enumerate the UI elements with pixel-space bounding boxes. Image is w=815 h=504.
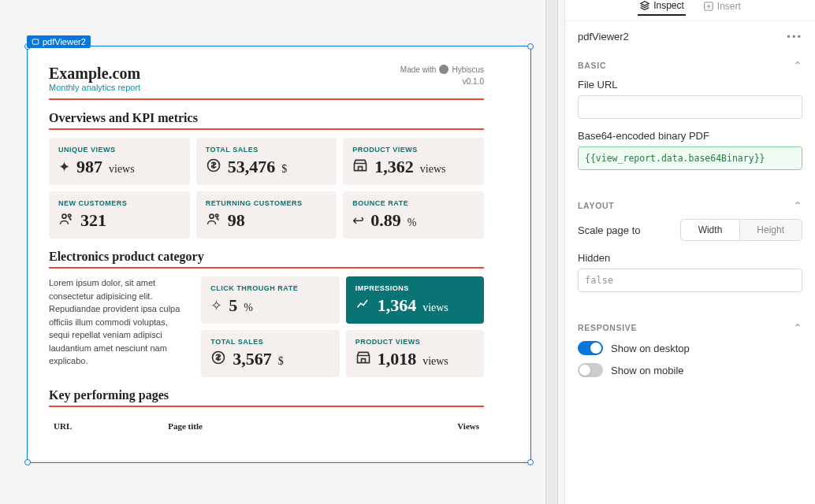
kpi-total-sales: TOTAL SALES 53,476 $ [196, 138, 337, 185]
kpi-total-sales-2: TOTAL SALES 3,567 $ [201, 330, 339, 377]
hidden-input[interactable] [578, 269, 802, 292]
section-title-overview: Overviews and KPI metrics [49, 111, 484, 130]
chevron-up-icon: ⌃ [794, 60, 802, 71]
panel-header-layout[interactable]: Layout ⌃ [578, 200, 802, 211]
component-menu-button[interactable]: ••• [787, 31, 802, 43]
store-icon [352, 158, 368, 177]
table-header-url: URL [50, 417, 163, 435]
tab-insert[interactable]: Insert [701, 0, 742, 16]
scale-segmented-control: Width Height [680, 219, 802, 241]
svg-point-2 [62, 214, 66, 218]
toggle-show-desktop[interactable] [578, 341, 603, 355]
tab-inspect[interactable]: Inspect [638, 0, 686, 16]
component-name: pdfViewer2 [578, 31, 629, 43]
selection-label-text: pdfViewer2 [43, 37, 86, 46]
pdf-scroll-area[interactable]: Example.com Monthly analytics report Mad… [30, 49, 528, 460]
resize-handle-tr[interactable] [527, 43, 534, 50]
hybiscus-logo-icon [439, 65, 448, 74]
layers-icon [639, 0, 650, 11]
component-icon [32, 38, 39, 46]
panel-header-responsive[interactable]: Responsive ⌃ [578, 322, 802, 333]
selection-label: pdfViewer2 [27, 35, 91, 48]
kpi-unique-views: UNIQUE VIEWS ✦ 987 views [49, 138, 190, 185]
canvas-area[interactable]: pdfViewer2 Example.com Monthly analytics… [0, 0, 545, 504]
field-label-file-url: File URL [578, 79, 802, 91]
chevron-up-icon: ⌃ [794, 322, 802, 333]
users-icon [206, 211, 221, 231]
section-title-pages: Key performing pages [49, 388, 484, 407]
pdf-title: Example.com [49, 65, 140, 83]
section-title-electronics: Electronics product category [49, 250, 484, 269]
toggle-label-desktop: Show on desktop [611, 343, 690, 354]
kpi-impressions: IMPRESSIONS 1,364 views [346, 276, 484, 324]
panel-gutter[interactable] [545, 0, 558, 504]
pdf-version: v0.1.0 [400, 77, 484, 86]
table-header-page-title: Page title [165, 417, 352, 435]
svg-point-5 [215, 214, 218, 217]
scale-option-height[interactable]: Height [739, 220, 802, 240]
body-text: Lorem ipsum dolor, sit amet consectetur … [49, 276, 190, 368]
kpi-ctr: CLICK THROUGH RATE ✧ 5 % [201, 276, 339, 324]
svg-point-3 [69, 214, 71, 217]
kpi-bounce-rate: BOUNCE RATE ↩ 0.89 % [343, 191, 484, 239]
resize-handle-br[interactable] [527, 459, 534, 465]
svg-rect-0 [32, 39, 39, 44]
store-icon [355, 350, 371, 369]
sparkle-icon: ✦ [58, 158, 70, 176]
scale-label: Scale page to [578, 224, 641, 236]
kpi-product-views-2: PRODUCT VIEWS 1,018 views [346, 330, 484, 377]
insert-icon [703, 1, 714, 12]
svg-point-4 [210, 214, 214, 218]
base64-input[interactable] [578, 146, 802, 170]
return-icon: ↩ [352, 212, 364, 229]
toggle-show-mobile[interactable] [578, 363, 603, 377]
dollar-circle-icon [206, 158, 221, 177]
hidden-label: Hidden [578, 252, 802, 264]
key-pages-table: URL Page title Views [49, 415, 484, 437]
inspector-panel: Inspect Insert pdfViewer2 ••• Basic ⌃ Fi… [564, 0, 815, 504]
resize-handle-bl[interactable] [24, 459, 31, 465]
file-url-input[interactable] [578, 95, 802, 119]
users-icon [58, 211, 74, 231]
scale-option-width[interactable]: Width [681, 220, 740, 240]
toggle-label-mobile: Show on mobile [611, 365, 684, 376]
kpi-new-customers: NEW CUSTOMERS 321 [49, 191, 190, 239]
table-header-views: Views [353, 417, 482, 435]
pdf-page: Example.com Monthly analytics report Mad… [30, 49, 503, 453]
made-with: Made with Hybiscus [400, 65, 484, 74]
dollar-circle-icon [210, 350, 226, 369]
pdf-subtitle: Monthly analytics report [49, 83, 140, 92]
chart-icon [355, 296, 371, 316]
kpi-returning-customers: RETURNING CUSTOMERS 98 [196, 191, 337, 239]
kpi-product-views: PRODUCT VIEWS 1,362 views [343, 138, 484, 185]
field-label-base64: Base64-encoded binary PDF [578, 130, 802, 142]
pdf-viewer[interactable]: Example.com Monthly analytics report Mad… [30, 49, 528, 460]
click-icon: ✧ [210, 297, 222, 314]
panel-header-basic[interactable]: Basic ⌃ [578, 60, 802, 71]
chevron-up-icon: ⌃ [794, 200, 802, 211]
